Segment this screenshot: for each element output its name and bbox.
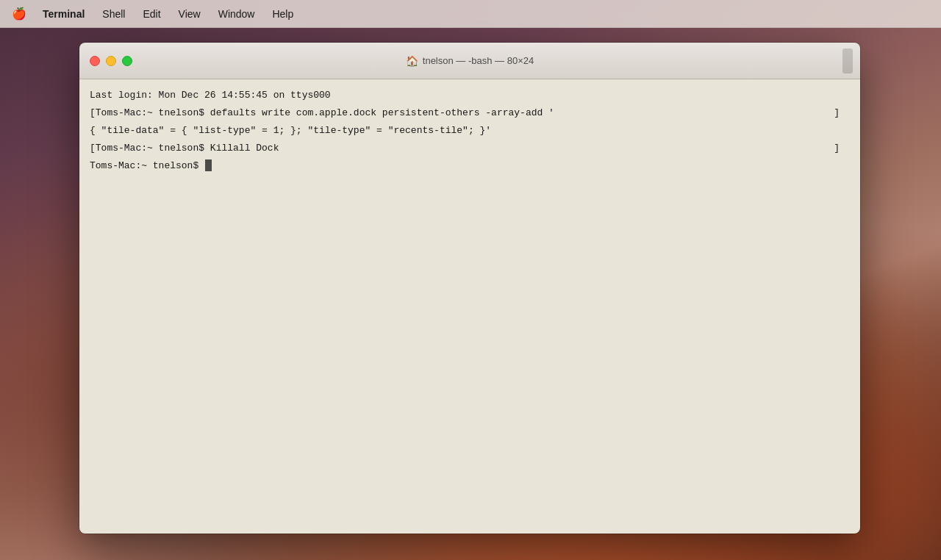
- menubar-help[interactable]: Help: [265, 5, 301, 23]
- terminal-line-4: Toms-Mac:~ tnelson$: [90, 157, 850, 175]
- terminal-body[interactable]: Last login: Mon Dec 26 14:55:45 on ttys0…: [79, 79, 860, 534]
- terminal-line-3: [Toms-Mac:~ tnelson$ Killall Dock]: [90, 140, 850, 157]
- right-bracket-3: ]: [834, 140, 840, 157]
- menubar-shell[interactable]: Shell: [95, 5, 132, 23]
- maximize-button[interactable]: [122, 56, 132, 66]
- close-button[interactable]: [90, 56, 100, 66]
- terminal-cursor: [205, 159, 212, 171]
- terminal-window: 🏠 tnelson — -bash — 80×24 Last login: Mo…: [79, 43, 860, 534]
- menubar-window[interactable]: Window: [211, 5, 262, 23]
- menubar-edit[interactable]: Edit: [135, 5, 168, 23]
- apple-menu[interactable]: 🍎: [12, 7, 26, 21]
- terminal-line-2: { "tile-data" = { "list-type" = 1; }; "t…: [90, 122, 850, 140]
- terminal-titlebar: 🏠 tnelson — -bash — 80×24: [79, 43, 860, 79]
- terminal-line-1: [Toms-Mac:~ tnelson$ defaults write com.…: [90, 104, 850, 122]
- home-icon: 🏠: [406, 55, 418, 67]
- scrollbar[interactable]: [842, 49, 853, 73]
- window-title: 🏠 tnelson — -bash — 80×24: [406, 55, 534, 67]
- window-buttons: [90, 56, 132, 66]
- menubar: 🍎 Terminal Shell Edit View Window Help: [0, 0, 941, 28]
- right-bracket-1: ]: [834, 104, 840, 122]
- menubar-view[interactable]: View: [171, 5, 208, 23]
- menubar-app-name[interactable]: Terminal: [35, 5, 92, 23]
- terminal-line-0: Last login: Mon Dec 26 14:55:45 on ttys0…: [90, 87, 850, 104]
- window-title-text: tnelson — -bash — 80×24: [423, 55, 534, 66]
- minimize-button[interactable]: [106, 56, 116, 66]
